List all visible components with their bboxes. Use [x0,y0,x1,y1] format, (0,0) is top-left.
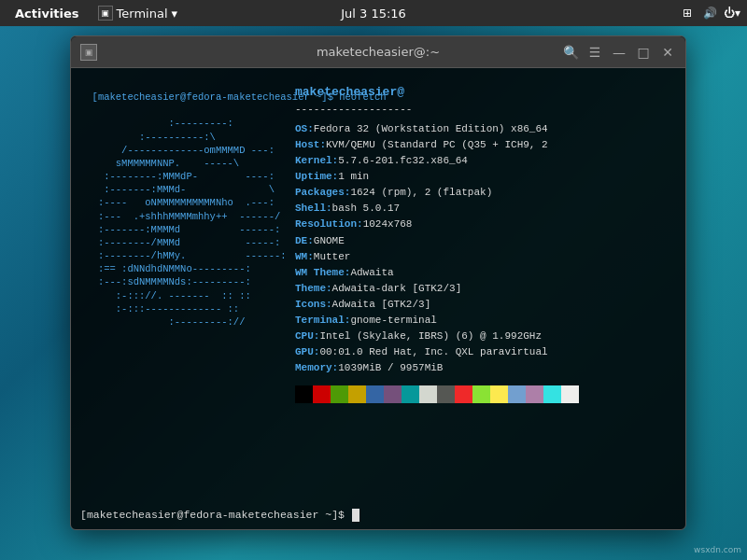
info-key: Terminal: [295,313,350,329]
info-line: Icons: Adwaita [GTK2/3] [295,297,676,313]
sysinfo-panel: maketecheasier@ ------------------- OS: … [286,76,676,496]
sysinfo-divider: ------------------- [295,102,676,118]
info-line: CPU: Intel (Skylake, IBRS) (6) @ 1.992GH… [295,329,676,344]
info-val: 1039MiB / 9957MiB [338,360,443,376]
titlebar-left: ▣ [80,44,97,61]
color-swatch [543,385,561,403]
color-swatch [437,385,455,403]
ascii-art: [maketecheasier@fedora-maketecheasier ~]… [80,76,286,496]
color-swatch [419,385,437,403]
info-line: WM Theme: Adwaita [295,265,676,281]
info-key: CPU: [295,329,319,344]
info-line: Packages: 1624 (rpm), 2 (flatpak) [295,185,676,201]
color-swatch [348,385,366,403]
color-swatch [455,385,472,403]
color-swatch [331,385,348,403]
info-key: Icons: [295,297,332,313]
color-swatch [561,385,579,403]
info-key: Theme: [295,281,332,297]
info-val: bash 5.0.17 [332,201,401,217]
info-key: Kernel: [295,153,338,169]
sysinfo-lines: OS: Fedora 32 (Workstation Edition) x86_… [295,121,676,376]
info-val: gnome-terminal [350,313,436,329]
info-line: Uptime: 1 min [295,169,676,185]
info-line: Theme: Adwaita-dark [GTK2/3] [295,281,676,297]
info-val: KVM/QEMU (Standard PC (Q35 + ICH9, 2 [326,137,548,153]
desktop: Activities ▣ Terminal ▾ Jul 3 15:16 ⊞ 🔊 … [0,0,747,560]
color-swatch [526,385,543,403]
info-val: 1024x768 [363,217,413,232]
info-line: Resolution: 1024x768 [295,217,676,232]
info-key: WM: [295,249,314,265]
topbar-left: Activities ▣ Terminal ▾ [0,4,185,22]
info-key: Resolution: [295,217,363,232]
info-val: 5.7.6-201.fc32.x86_64 [338,153,468,169]
app-menu-arrow: ▾ [172,7,178,21]
topbar-right: ⊞ 🔊 ⏻▾ [680,6,747,21]
info-line: GPU: 00:01.0 Red Hat, Inc. QXL paravirtu… [295,344,676,360]
terminal-app-icon: ▣ [98,6,113,21]
info-key: Uptime: [295,169,338,185]
titlebar-controls: 🔍 ☰ — □ ✕ [562,44,676,61]
color-swatch [384,385,402,403]
color-swatch [490,385,508,403]
info-key: OS: [295,121,314,137]
info-val: Fedora 32 (Workstation Edition) x86_64 [314,121,548,137]
info-key: GPU: [295,344,319,360]
app-label: Terminal [117,7,168,21]
app-menu[interactable]: ▣ Terminal ▾ [91,4,185,22]
info-line: Memory: 1039MiB / 9957MiB [295,360,676,376]
info-val: GNOME [314,233,345,249]
maximize-button[interactable]: □ [635,44,652,61]
info-val: Adwaita-dark [GTK2/3] [332,281,462,297]
terminal-content: [maketecheasier@fedora-maketecheasier ~]… [71,68,685,503]
topbar: Activities ▣ Terminal ▾ Jul 3 15:16 ⊞ 🔊 … [0,0,747,26]
wsxdn-badge: wsxdn.com [694,545,741,554]
prompt-text: [maketecheasier@fedora-maketecheasier ~]… [80,509,351,521]
info-val: 00:01.0 Red Hat, Inc. QXL paravirtual [319,344,547,360]
terminal-prompt: [maketecheasier@fedora-maketecheasier ~]… [71,503,685,529]
info-key: Shell: [295,201,332,217]
color-swatch [313,385,331,403]
info-line: Kernel: 5.7.6-201.fc32.x86_64 [295,153,676,169]
cursor [352,509,359,522]
menu-button[interactable]: ☰ [586,44,603,61]
info-val: Adwaita [350,265,393,281]
terminal-titlebar: ▣ maketecheasier@:~ 🔍 ☰ — □ ✕ [71,36,685,68]
info-val: Adwaita [GTK2/3] [332,297,431,313]
info-key: WM Theme: [295,265,350,281]
info-line: Shell: bash 5.0.17 [295,201,676,217]
info-key: Host: [295,137,326,153]
power-icon[interactable]: ⏻▾ [725,6,740,21]
terminal-title: maketecheasier@:~ [317,45,440,59]
info-val: Mutter [314,249,351,265]
info-key: Packages: [295,185,350,201]
color-swatches [295,385,676,403]
volume-icon[interactable]: 🔊 [702,6,717,21]
info-line: WM: Mutter [295,249,676,265]
info-line: DE: GNOME [295,233,676,249]
close-button[interactable]: ✕ [659,44,676,61]
network-icon[interactable]: ⊞ [680,6,695,21]
info-line: OS: Fedora 32 (Workstation Edition) x86_… [295,121,676,137]
topbar-datetime: Jul 3 15:16 [341,7,406,21]
sysinfo-username: maketecheasier@ [295,83,676,102]
minimize-button[interactable]: — [611,44,627,61]
info-key: Memory: [295,360,338,376]
info-val: 1624 (rpm), 2 (flatpak) [350,185,492,201]
color-swatch [402,385,419,403]
info-line: Terminal: gnome-terminal [295,313,676,329]
color-swatch [472,385,490,403]
info-line: Host: KVM/QEMU (Standard PC (Q35 + ICH9,… [295,137,676,153]
info-val: 1 min [338,169,369,185]
terminal-window: ▣ maketecheasier@:~ 🔍 ☰ — □ ✕ [maketeche… [70,35,686,530]
info-val: Intel (Skylake, IBRS) (6) @ 1.992GHz [319,329,542,344]
terminal-window-icon: ▣ [80,44,97,61]
activities-button[interactable]: Activities [7,5,87,22]
color-swatch [508,385,526,403]
color-swatch [295,385,313,403]
search-button[interactable]: 🔍 [562,44,579,61]
info-key: DE: [295,233,314,249]
color-swatch [366,385,384,403]
